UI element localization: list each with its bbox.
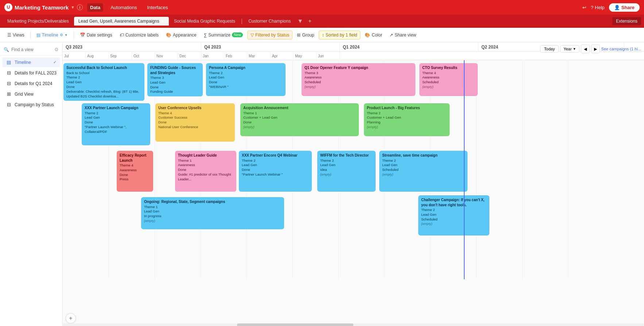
card-title: Successful Back to School Launch bbox=[66, 65, 141, 70]
add-tab-btn[interactable]: + bbox=[305, 17, 314, 25]
month-jun: Jun bbox=[317, 52, 340, 60]
sidebar-check: ✓ bbox=[53, 60, 57, 65]
timeline-body[interactable]: Successful Back to School Launch Back to… bbox=[63, 60, 644, 326]
interfaces-nav-btn[interactable]: Interfaces bbox=[144, 3, 171, 12]
sidebar-label-grid: Grid View bbox=[15, 92, 34, 97]
color-btn[interactable]: 🎨 Color bbox=[362, 31, 385, 39]
card-title: Acquisition Annoucement bbox=[243, 106, 356, 111]
sidebar-item-campaign-status[interactable]: ⊟ Campaign by Status bbox=[2, 100, 60, 110]
undo-btn[interactable]: ↩ bbox=[582, 5, 586, 10]
year-btn[interactable]: Year ▼ bbox=[560, 45, 579, 53]
card-xxx-encore[interactable]: XXX Partner Encore Q4 Webinar Theme 2 Le… bbox=[239, 151, 312, 192]
month-feb: Feb bbox=[224, 52, 247, 60]
customize-labels-btn[interactable]: 🏷 Customize labels bbox=[117, 31, 162, 39]
card-efficacy-report[interactable]: Efficacy Report Launch Theme 4 Awareness… bbox=[117, 151, 153, 192]
tab-lead-gen[interactable]: Lead Gen, Upsell, Awareness Campaigns ▼ bbox=[74, 17, 169, 26]
card-thought-leader[interactable]: Thought Leader Guide Theme 1 Awareness D… bbox=[175, 151, 236, 192]
logo-icon: U bbox=[4, 3, 12, 11]
logo: U Marketing Teamwork ▼ i bbox=[4, 3, 83, 11]
timeline-icon: ▤ bbox=[36, 32, 40, 38]
views-icon: ☰ bbox=[7, 32, 11, 38]
card-persona-a[interactable]: Persona A Campaign Theme 2 Lead Gen Done… bbox=[206, 63, 286, 96]
prev-btn[interactable]: ◀ bbox=[581, 45, 590, 53]
card-title: Q1 Door Opener Feature Y campaign bbox=[304, 65, 412, 70]
grid-line-may bbox=[522, 60, 523, 279]
sidebar-item-grid-view[interactable]: ⊞ Grid View bbox=[2, 89, 60, 99]
search-input[interactable] bbox=[11, 47, 52, 52]
card-challenger[interactable]: Challenger Campaign: If you can't X, you… bbox=[418, 195, 489, 235]
appearance-icon: 🎨 bbox=[166, 32, 171, 38]
views-btn[interactable]: ☰ Views bbox=[4, 31, 27, 39]
card-acquisition[interactable]: Acquisition Annoucement Theme 1 Customer… bbox=[240, 103, 359, 136]
card-title: Thought Leader Guide bbox=[178, 153, 233, 158]
today-btn[interactable]: Today bbox=[540, 45, 559, 53]
date-settings-btn[interactable]: 📅 Date settings bbox=[77, 31, 115, 39]
sort-btn[interactable]: ↕ Sorted by 1 field bbox=[319, 31, 361, 39]
sidebar-item-timeline[interactable]: ▤ Timeline ✓ bbox=[2, 57, 60, 67]
card-wiffm[interactable]: WIFFM for the Tech Director Theme 2 Lead… bbox=[317, 151, 376, 192]
extensions-btn[interactable]: Extensions bbox=[612, 17, 641, 25]
top-nav: U Marketing Teamwork ▼ i Data Automation… bbox=[0, 0, 644, 15]
share-btn[interactable]: 👤 Share bbox=[609, 3, 640, 12]
color-icon: 🎨 bbox=[365, 32, 370, 38]
scrollbar-thumb[interactable] bbox=[237, 323, 353, 326]
card-ongoing-regional[interactable]: Ongoing: Regional, State, Segment campai… bbox=[141, 197, 284, 229]
help-btn[interactable]: ? Help bbox=[591, 5, 605, 10]
settings-icon[interactable]: ⚙ bbox=[54, 47, 59, 52]
card-xxx-partner[interactable]: XXX Partner Launch Campaign Theme 2 Lead… bbox=[82, 103, 150, 145]
data-nav-btn[interactable]: Data bbox=[87, 3, 103, 12]
card-streamline[interactable]: Streamline, save time campaign Theme 2 L… bbox=[379, 151, 468, 192]
month-aug: Aug bbox=[86, 52, 109, 60]
group-icon: ⊞ bbox=[297, 32, 300, 38]
today-line bbox=[464, 60, 465, 279]
tab-customer-champions[interactable]: Customer Champions bbox=[244, 17, 295, 26]
automations-nav-btn[interactable]: Automations bbox=[108, 3, 140, 12]
search-icon: 🔍 bbox=[4, 47, 9, 52]
month-mar: Mar bbox=[247, 52, 271, 60]
quarter-q3-2023: Q3 2023 bbox=[63, 42, 201, 51]
filter-btn[interactable]: ▽ Filtered by Status bbox=[247, 31, 292, 39]
new-badge: New bbox=[232, 32, 243, 37]
tab-bar: Marketing Projects/Deliverables Lead Gen… bbox=[0, 15, 644, 28]
next-btn[interactable]: ▶ bbox=[591, 45, 600, 53]
summarize-icon: ∑ bbox=[204, 32, 207, 38]
sidebar-label-details-fall: Details for FALL 2023 bbox=[15, 70, 57, 76]
quarter-q4-2023: Q4 2023 bbox=[201, 42, 340, 51]
see-more-label[interactable]: See campaigns (1 hi... bbox=[601, 47, 641, 51]
month-nov: Nov bbox=[155, 52, 178, 60]
tab-social-media[interactable]: Social Media Graphic Requests bbox=[170, 17, 240, 26]
app-title-chevron[interactable]: ▼ bbox=[71, 5, 75, 9]
add-row-btn[interactable]: + bbox=[66, 313, 76, 323]
timeline-btn[interactable]: ▤ Timeline ⚙ ▼ bbox=[34, 31, 71, 39]
month-apr: Apr bbox=[271, 52, 294, 60]
sidebar-item-details-q1[interactable]: ⊟ Details for Q1 2024 bbox=[2, 78, 60, 88]
tab-marketing-projects[interactable]: Marketing Projects/Deliverables bbox=[3, 17, 73, 26]
card-title: WIFFM for the Tech Director bbox=[320, 153, 373, 158]
appearance-btn[interactable]: 🎨 Appearance bbox=[163, 31, 199, 39]
card-funding-guide[interactable]: FUNDING Guide - Sources and Strategies T… bbox=[147, 63, 203, 96]
card-back-to-school[interactable]: Successful Back to School Launch Back to… bbox=[63, 63, 144, 101]
grid-icon: ⊞ bbox=[6, 91, 12, 97]
card-title: Ongoing: Regional, State, Segment campai… bbox=[144, 199, 281, 204]
card-user-conference[interactable]: User Conference Upsells Theme 4 Customer… bbox=[155, 103, 235, 142]
card-title: User Conference Upsells bbox=[158, 106, 232, 111]
card-title: Challenger Campaign: If you can't X, you… bbox=[421, 197, 486, 207]
share-icon: 👤 bbox=[614, 5, 620, 10]
details-fall-icon: ⊟ bbox=[6, 70, 12, 76]
info-icon: i bbox=[77, 4, 83, 10]
card-product-launch[interactable]: Product Launch - Big Features Theme 2 Cu… bbox=[364, 103, 450, 136]
summarize-btn[interactable]: ∑ Summarize New bbox=[201, 31, 246, 39]
group-btn[interactable]: ⊞ Group bbox=[294, 31, 317, 39]
grid-line-jun bbox=[568, 60, 569, 279]
toolbar-divider-1 bbox=[30, 31, 31, 39]
tab-arrow: ▼ bbox=[160, 19, 164, 23]
sidebar-item-details-fall[interactable]: ⊟ Details for FALL 2023 bbox=[2, 68, 60, 78]
tag-icon: 🏷 bbox=[120, 32, 124, 38]
horizontal-scrollbar[interactable] bbox=[63, 323, 644, 326]
share-view-btn[interactable]: ↗ Share view bbox=[387, 31, 419, 39]
card-q1-door-opener[interactable]: Q1 Door Opener Feature Y campaign Theme … bbox=[302, 63, 415, 96]
card-cto-survey[interactable]: CTO Survey Results Theme 4 Awareness Sch… bbox=[419, 63, 478, 96]
sidebar-label-details-q1: Details for Q1 2024 bbox=[15, 81, 52, 86]
tab-more-arrow[interactable]: ▼ bbox=[297, 18, 303, 24]
month-may: May bbox=[294, 52, 317, 60]
